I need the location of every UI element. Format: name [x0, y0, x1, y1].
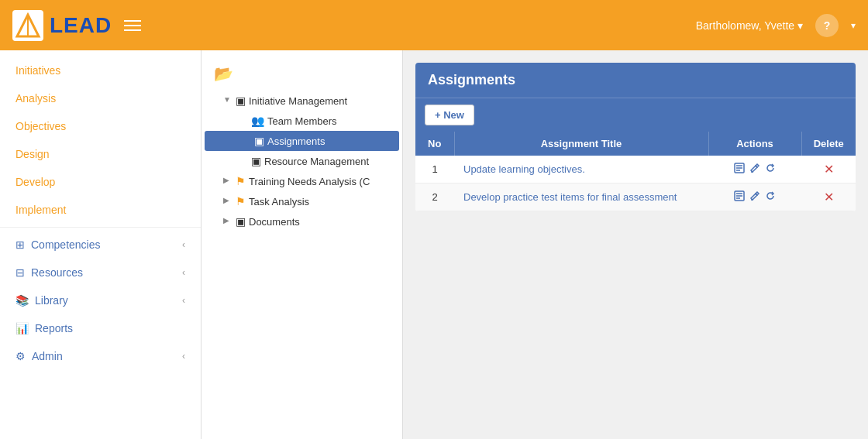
training-needs-icon: ⚑ [236, 175, 246, 187]
cell-title[interactable]: Develop practice test items for final as… [454, 183, 708, 211]
tree-item-team-members[interactable]: 👥 Team Members [202, 111, 402, 131]
sidebar-item-reports[interactable]: 📊 Reports [0, 314, 201, 342]
tree-item-training-needs[interactable]: ▶ ⚑ Training Needs Analysis (C [202, 171, 402, 191]
initiative-mgmt-label: Initiative Management [249, 95, 396, 107]
tree-item-task-analysis[interactable]: ▶ ⚑ Task Analysis [202, 191, 402, 211]
documents-icon: ▣ [236, 215, 246, 228]
help-button[interactable]: ? [815, 14, 839, 37]
main-content: Assignments + New No Assignment Title Ac… [403, 50, 868, 439]
logo-text: LEAD [50, 13, 112, 38]
initiative-mgmt-toggle-icon: ▼ [223, 95, 234, 106]
library-arrow-icon: ‹ [182, 295, 185, 306]
logo-icon [12, 10, 43, 41]
training-needs-toggle-icon: ▶ [223, 176, 234, 187]
cell-title[interactable]: Update learning objectives. [454, 156, 708, 183]
admin-section: ⚙ Admin [16, 350, 63, 362]
sidebar-item-develop[interactable]: Develop [0, 168, 201, 196]
col-header-no: No [415, 132, 454, 156]
assignments-tree-label: Assignments [267, 135, 393, 147]
tree-item-assignments[interactable]: ▣ Assignments [205, 131, 399, 151]
header-left: LEAD [12, 10, 141, 41]
table-header-row: No Assignment Title Actions Delete [415, 132, 856, 156]
refresh-icon[interactable] [765, 163, 776, 176]
admin-icon: ⚙ [16, 350, 26, 362]
admin-arrow-icon: ‹ [182, 351, 185, 362]
view-icon[interactable] [734, 190, 745, 204]
team-members-icon: 👥 [251, 115, 264, 127]
assignments-table: No Assignment Title Actions Delete 1Upda… [415, 132, 856, 211]
library-icon: 📚 [16, 294, 29, 307]
design-label: Design [16, 148, 50, 160]
tree-item-documents[interactable]: ▶ ▣ Documents [202, 211, 402, 232]
tree-folder-icon: 📂 [202, 57, 402, 91]
sidebar-item-library[interactable]: 📚 Library ‹ [0, 286, 201, 314]
resource-mgmt-icon: ▣ [251, 155, 261, 167]
task-analysis-toggle-icon: ▶ [223, 196, 234, 207]
delete-icon[interactable]: ✕ [824, 163, 834, 176]
cell-no: 1 [415, 156, 454, 183]
cell-no: 2 [415, 183, 454, 211]
assignments-icon: ▣ [254, 135, 264, 147]
sidebar-item-resources[interactable]: ⊟ Resources ‹ [0, 259, 201, 286]
initiative-mgmt-icon: ▣ [236, 94, 246, 107]
app-header: LEAD Bartholomew, Yvette ? ▾ [0, 0, 868, 50]
competencies-arrow-icon: ‹ [182, 239, 185, 250]
resource-mgmt-toggle-icon [239, 156, 250, 166]
resources-icon: ⊟ [16, 266, 25, 279]
main-layout: Initiatives Analysis Objectives Design D… [0, 0, 868, 439]
competencies-icon: ⊞ [16, 238, 25, 251]
user-menu[interactable]: Bartholomew, Yvette [696, 19, 803, 32]
tree-item-resource-mgmt[interactable]: ▣ Resource Management [202, 151, 402, 171]
hamburger-menu[interactable] [124, 20, 141, 31]
sidebar-divider-1 [0, 227, 201, 228]
reports-label: Reports [35, 322, 73, 334]
task-analysis-label: Task Analysis [249, 196, 396, 207]
cell-delete: ✕ [801, 156, 856, 183]
sidebar-item-implement[interactable]: Implement [0, 196, 201, 224]
sidebar-item-admin[interactable]: ⚙ Admin ‹ [0, 342, 201, 370]
training-needs-label: Training Needs Analysis (C [249, 176, 396, 187]
assignments-table-body: 1Update learning objectives. [415, 156, 856, 211]
tree-item-initiative-mgmt[interactable]: ▼ ▣ Initiative Management [202, 91, 402, 111]
reports-section: 📊 Reports [16, 322, 73, 334]
competencies-label: Competencies [31, 238, 101, 251]
competencies-section: ⊞ Competencies [16, 238, 101, 251]
objectives-label: Objectives [16, 120, 66, 132]
table-header: No Assignment Title Actions Delete [415, 132, 856, 156]
assignments-title: Assignments [415, 63, 856, 98]
help-arrow: ▾ [851, 20, 856, 31]
edit-icon[interactable] [749, 190, 760, 204]
left-sidebar: Initiatives Analysis Objectives Design D… [0, 50, 202, 439]
sidebar-item-design[interactable]: Design [0, 140, 201, 168]
sidebar-item-competencies[interactable]: ⊞ Competencies ‹ [0, 231, 201, 259]
resources-arrow-icon: ‹ [182, 267, 185, 278]
team-members-toggle-icon [239, 115, 250, 126]
admin-label: Admin [32, 350, 63, 362]
sidebar-item-analysis[interactable]: Analysis [0, 84, 201, 112]
assignments-panel: Assignments + New No Assignment Title Ac… [415, 63, 856, 211]
assignments-toggle-icon [242, 135, 253, 146]
tree-panel: 📂 ▼ ▣ Initiative Management 👥 Team Membe… [202, 50, 403, 439]
reports-icon: 📊 [16, 322, 29, 334]
resources-section: ⊟ Resources [16, 266, 83, 279]
cell-delete: ✕ [801, 183, 856, 211]
col-header-delete: Delete [801, 132, 856, 156]
logo-container: LEAD [12, 10, 112, 41]
header-right: Bartholomew, Yvette ? ▾ [696, 14, 856, 37]
delete-icon[interactable]: ✕ [824, 190, 834, 204]
implement-label: Implement [16, 204, 66, 216]
table-row: 2Develop practice test items for final a… [415, 183, 856, 211]
cell-actions [708, 183, 801, 211]
view-icon[interactable] [734, 163, 745, 176]
edit-icon[interactable] [749, 163, 760, 176]
sidebar-item-objectives[interactable]: Objectives [0, 112, 201, 140]
refresh-icon[interactable] [765, 190, 776, 204]
resources-label: Resources [31, 266, 83, 279]
develop-label: Develop [16, 176, 55, 188]
sidebar-item-initiatives[interactable]: Initiatives [0, 57, 201, 84]
col-header-actions: Actions [708, 132, 801, 156]
library-section: 📚 Library [16, 294, 68, 307]
resource-mgmt-label: Resource Management [264, 156, 396, 167]
new-assignment-button[interactable]: + New [425, 105, 474, 125]
documents-label: Documents [249, 216, 396, 228]
